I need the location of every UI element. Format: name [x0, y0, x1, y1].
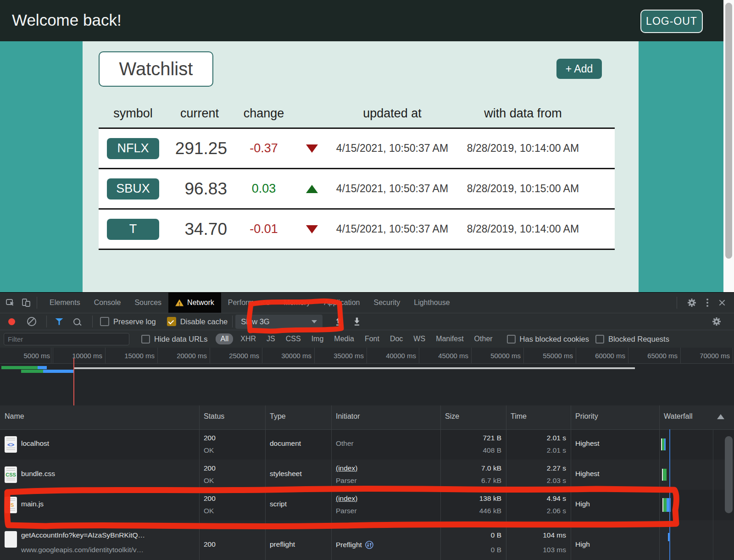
- size-transferred: 408 B: [483, 446, 501, 455]
- inspect-element-icon[interactable]: [6, 298, 16, 308]
- col-priority[interactable]: Priority: [575, 412, 598, 421]
- logout-button[interactable]: LOG-OUT: [640, 10, 703, 33]
- tab-console[interactable]: Console: [87, 293, 128, 313]
- status-code: 200: [204, 434, 216, 442]
- watchlist-row-nflx[interactable]: NFLX 291.25 -0.37 4/15/2021, 10:50:37 AM…: [99, 128, 615, 168]
- record-icon[interactable]: [8, 318, 15, 325]
- tick-label: 70000 ms: [685, 352, 730, 360]
- watchlist-title: Watchlist: [99, 51, 213, 87]
- has-blocked-cookies-checkbox[interactable]: [507, 335, 516, 344]
- initiator: Preflight: [336, 540, 374, 549]
- column-divider[interactable]: [506, 405, 506, 560]
- waterfall-bar: [664, 438, 666, 450]
- down-arrow-icon: [306, 144, 318, 153]
- table-row[interactable]: CSS bundle.css 200 OK stylesheet (index)…: [0, 460, 734, 490]
- import-har-icon[interactable]: [334, 317, 343, 326]
- request-type: script: [270, 500, 287, 508]
- tab-lighthouse[interactable]: Lighthouse: [407, 293, 456, 313]
- clear-icon[interactable]: [27, 317, 36, 326]
- symbol-badge: NFLX: [107, 138, 159, 159]
- scope-css[interactable]: CSS: [286, 335, 301, 343]
- column-divider[interactable]: [199, 405, 200, 560]
- initiator-detail: Parser: [336, 477, 357, 485]
- sort-ascending-icon[interactable]: [717, 414, 724, 419]
- scope-media[interactable]: Media: [334, 335, 354, 343]
- app-header: Welcome back! LOG-OUT: [0, 0, 723, 41]
- column-divider[interactable]: [265, 405, 266, 560]
- more-options-icon[interactable]: [706, 299, 708, 307]
- col-name[interactable]: Name: [5, 412, 24, 421]
- disable-cache-checkbox[interactable]: [167, 317, 176, 326]
- initiator-detail: Parser: [336, 507, 357, 515]
- request-domain: www.googleapis.com/identitytoolkit/v…: [21, 546, 144, 554]
- blocked-requests-checkbox[interactable]: [595, 335, 604, 344]
- tab-elements[interactable]: Elements: [43, 293, 87, 313]
- column-divider[interactable]: [440, 405, 441, 560]
- initiator-link[interactable]: (index): [336, 494, 357, 503]
- tab-security[interactable]: Security: [367, 293, 407, 313]
- tab-memory[interactable]: Memory: [277, 293, 317, 313]
- network-settings-gear-icon[interactable]: [712, 317, 721, 326]
- settings-gear-icon[interactable]: [687, 298, 696, 307]
- chevron-down-icon: [311, 320, 317, 323]
- tab-network[interactable]: ! Network: [168, 293, 221, 313]
- priority: High: [575, 540, 590, 549]
- col-waterfall[interactable]: Waterfall: [664, 412, 693, 421]
- scope-all[interactable]: All: [216, 333, 233, 344]
- divider: [46, 316, 47, 327]
- request-name: getAccountInfo?key=AIzaSyBnRKitQ…: [21, 531, 145, 539]
- column-divider[interactable]: [571, 405, 571, 560]
- blocked-requests-label: Blocked Requests: [608, 335, 669, 344]
- time: 2.01 s: [547, 434, 566, 442]
- scope-manifest[interactable]: Manifest: [436, 335, 463, 343]
- filter-icon[interactable]: [55, 318, 63, 325]
- col-time[interactable]: Time: [511, 412, 527, 421]
- watchlist-row-sbux[interactable]: SBUX 96.83 0.03 4/15/2021, 10:50:37 AM 8…: [99, 168, 615, 208]
- html-file-icon: <>: [5, 436, 17, 453]
- devtools-scrollbar-thumb[interactable]: [725, 436, 733, 513]
- check-icon: [168, 318, 174, 324]
- page-scrollbar[interactable]: [723, 0, 734, 292]
- scope-js[interactable]: JS: [267, 335, 275, 343]
- tab-performance[interactable]: Performance: [221, 293, 277, 313]
- overview-bar-green: [1, 366, 38, 369]
- col-initiator[interactable]: Initiator: [336, 412, 360, 421]
- updated-at: 4/15/2021, 10:50:37 AM: [328, 223, 456, 235]
- add-button[interactable]: + Add: [556, 59, 602, 79]
- network-throttling-select[interactable]: Slow 3G: [235, 315, 323, 329]
- hide-data-urls-checkbox[interactable]: [141, 335, 150, 344]
- watchlist-row-t[interactable]: T 34.70 -0.01 4/15/2021, 10:50:37 AM 8/2…: [99, 208, 615, 249]
- table-row-main-js[interactable]: JS main.js 200 OK script (index) Parser …: [0, 490, 734, 520]
- initiator-link[interactable]: (index): [336, 464, 357, 472]
- scope-other[interactable]: Other: [474, 335, 493, 343]
- screen: Welcome back! LOG-OUT Watchlist + Add sy…: [0, 0, 734, 560]
- col-size[interactable]: Size: [445, 412, 459, 421]
- preflight-icon[interactable]: [365, 540, 374, 549]
- tab-application[interactable]: Application: [317, 293, 367, 313]
- scope-ws[interactable]: WS: [413, 335, 425, 343]
- tick-label: 60000 ms: [580, 352, 625, 360]
- col-symbol: symbol: [99, 106, 167, 121]
- close-icon[interactable]: [718, 299, 726, 306]
- page-scrollbar-thumb[interactable]: [725, 3, 732, 259]
- column-divider[interactable]: [659, 405, 660, 560]
- col-status[interactable]: Status: [204, 412, 224, 421]
- search-icon[interactable]: [73, 318, 80, 325]
- request-name: main.js: [21, 500, 44, 508]
- scope-font[interactable]: Font: [365, 335, 379, 343]
- col-type[interactable]: Type: [270, 412, 286, 421]
- tab-sources[interactable]: Sources: [128, 293, 168, 313]
- device-toolbar-icon[interactable]: [21, 298, 31, 308]
- filter-input[interactable]: [4, 333, 129, 345]
- export-har-icon[interactable]: [353, 317, 361, 326]
- overview-total-line: [74, 367, 635, 369]
- scope-img[interactable]: Img: [311, 335, 324, 343]
- table-row[interactable]: <> localhost 200 OK document Other 721 B…: [0, 429, 734, 460]
- scope-doc[interactable]: Doc: [390, 335, 403, 343]
- scope-xhr[interactable]: XHR: [240, 335, 256, 343]
- column-divider[interactable]: [331, 405, 332, 560]
- preserve-log-checkbox[interactable]: [100, 317, 109, 326]
- hide-data-urls-label: Hide data URLs: [154, 335, 207, 344]
- network-overview[interactable]: [0, 364, 734, 406]
- table-row[interactable]: getAccountInfo?key=AIzaSyBnRKitQ… www.go…: [0, 520, 734, 560]
